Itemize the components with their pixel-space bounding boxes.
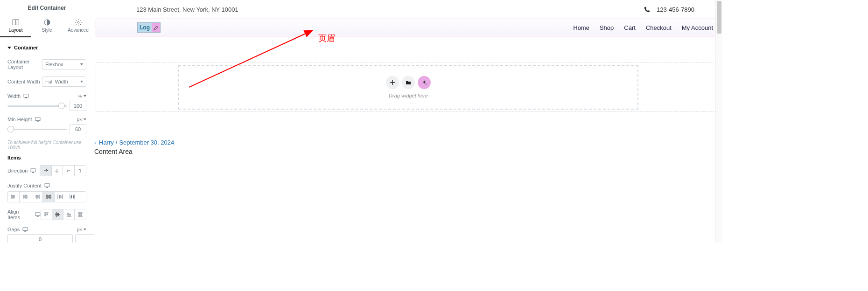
logo-widget[interactable]: Log [137, 22, 161, 33]
svg-rect-10 [45, 184, 49, 187]
drop-zone[interactable]: Drag widget here [178, 65, 638, 110]
label-justify: Justify Content [7, 183, 86, 188]
caret-down-icon [7, 47, 11, 49]
editor-tabs: Layout Style Advanced [0, 16, 94, 37]
slider-width[interactable] [7, 103, 67, 109]
tab-style[interactable]: Style [31, 16, 63, 37]
help-min-height: To achieve full height Container use 100… [7, 140, 86, 150]
items-heading: Items [7, 155, 86, 160]
panel-title: Edit Container [0, 0, 94, 16]
plus-icon [390, 80, 395, 85]
nav-checkout[interactable]: Checkout [646, 24, 672, 31]
edit-widget-button[interactable] [152, 23, 160, 32]
direction-column[interactable] [52, 166, 63, 176]
desktop-icon [22, 227, 28, 232]
label-min-height: Min Height [7, 117, 41, 122]
input-gap-row[interactable] [75, 234, 94, 242]
style-icon [43, 19, 51, 26]
content-area-label: Content Area [94, 148, 722, 155]
label-width: Width [7, 93, 29, 99]
input-gap-column[interactable] [7, 234, 73, 242]
svg-rect-13 [37, 216, 38, 216]
slider-min-height[interactable] [7, 126, 67, 132]
justify-space-around[interactable] [55, 192, 66, 202]
site-phone: 123-456-7890 [644, 6, 694, 13]
input-width[interactable] [70, 101, 86, 111]
select-content-width[interactable]: Full Width [42, 76, 86, 87]
label-content-width: Content Width [7, 79, 40, 84]
chevron-down-icon [80, 81, 83, 83]
justify-space-between[interactable] [43, 192, 55, 202]
vertical-scrollbar[interactable] [715, 0, 722, 242]
svg-rect-15 [25, 231, 26, 231]
label-align: Align Items [7, 209, 41, 220]
align-center[interactable] [52, 209, 63, 220]
editor-canvas: 123 Main Street, New York, NY 10001 123-… [94, 0, 722, 242]
chevron-down-icon [80, 63, 83, 65]
desktop-icon [35, 117, 41, 122]
unit-gaps[interactable]: px [77, 227, 86, 232]
editor-sidebar: Edit Container Layout Style Advanced Con… [0, 0, 94, 242]
sparkle-icon [421, 80, 427, 85]
nav-shop[interactable]: Shop [600, 24, 614, 31]
direction-row-reverse[interactable] [63, 166, 75, 176]
page-section[interactable]: Drag widget here [96, 62, 721, 112]
folder-icon [406, 80, 411, 85]
tab-layout[interactable]: Layout [0, 16, 31, 37]
section-container-toggle[interactable]: Container [7, 42, 86, 55]
ai-button[interactable] [418, 76, 431, 89]
align-stretch[interactable] [75, 209, 86, 220]
chevron-left-icon: ‹ [94, 139, 96, 146]
annotation-label: 页眉 [318, 33, 335, 44]
desktop-icon [23, 94, 29, 98]
justify-end[interactable] [31, 192, 43, 202]
header-container[interactable]: Log Home Shop Cart Checkout My Account [96, 19, 721, 36]
svg-rect-9 [33, 172, 34, 173]
choice-align [41, 209, 86, 220]
direction-column-reverse[interactable] [75, 166, 86, 176]
align-start[interactable] [41, 209, 52, 220]
desktop-icon [44, 183, 50, 188]
layout-icon [12, 19, 20, 26]
label-gaps: Gaps [7, 227, 28, 232]
post-date[interactable]: September 30, 2024 [119, 139, 174, 146]
drop-hint: Drag widget here [389, 93, 428, 98]
post-meta: ‹ Harry / September 30, 2024 [94, 139, 722, 146]
unit-min-height[interactable]: px [77, 117, 86, 122]
add-widget-button[interactable] [386, 76, 399, 89]
tab-advanced[interactable]: Advanced [63, 16, 94, 37]
justify-space-evenly[interactable] [66, 192, 78, 202]
desktop-icon [35, 212, 41, 217]
logo-text: Log [138, 23, 152, 32]
nav-menu: Home Shop Cart Checkout My Account [573, 24, 713, 31]
nav-account[interactable]: My Account [682, 24, 713, 31]
site-address: 123 Main Street, New York, NY 10001 [136, 6, 238, 13]
topbar: 123 Main Street, New York, NY 10001 123-… [94, 0, 722, 19]
choice-direction [40, 165, 86, 176]
direction-row[interactable] [40, 166, 52, 176]
input-min-height[interactable] [70, 124, 86, 134]
nav-cart[interactable]: Cart [624, 24, 636, 31]
justify-center[interactable] [20, 192, 31, 202]
phone-icon [644, 7, 650, 13]
svg-rect-7 [37, 121, 38, 121]
justify-start[interactable] [8, 192, 20, 202]
nav-home[interactable]: Home [573, 24, 589, 31]
svg-rect-14 [23, 228, 28, 231]
select-container-layout[interactable]: Flexbox [42, 59, 86, 69]
svg-rect-4 [24, 94, 28, 97]
svg-rect-11 [46, 187, 48, 187]
svg-rect-6 [35, 118, 40, 121]
choice-justify [7, 191, 86, 202]
label-container-layout: Container Layout [7, 59, 42, 70]
align-end[interactable] [63, 209, 75, 220]
pencil-icon [154, 25, 159, 30]
desktop-icon [30, 168, 36, 173]
label-direction: Direction [7, 168, 36, 173]
post-author[interactable]: Harry [99, 139, 114, 146]
svg-rect-5 [25, 97, 27, 98]
unit-width[interactable]: % [78, 94, 86, 98]
template-library-button[interactable] [402, 76, 415, 89]
svg-point-3 [77, 21, 79, 23]
settings-icon [75, 19, 82, 26]
